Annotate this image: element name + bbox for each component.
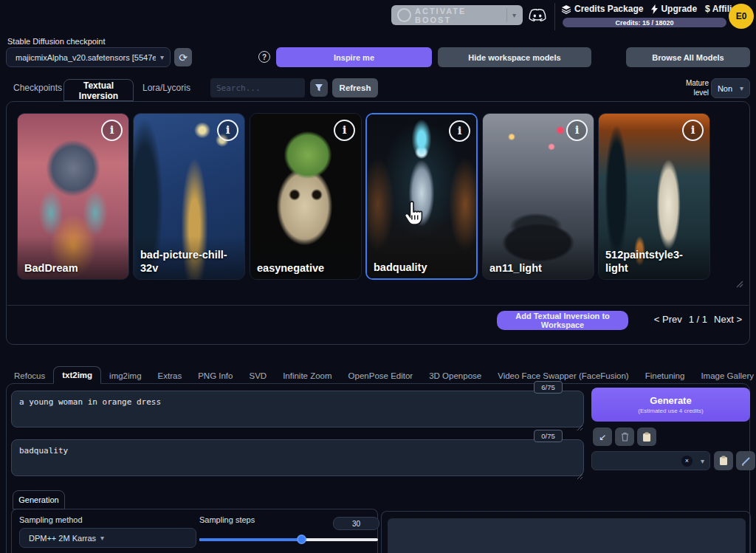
info-icon[interactable]: i [682, 120, 704, 141]
avatar-initials: E0 [736, 11, 747, 21]
resize-handle-icon[interactable] [736, 278, 743, 291]
output-panel [381, 511, 751, 553]
model-card-bad-picture-chill[interactable]: i bad-picture-chill-32v [133, 113, 245, 280]
generate-button[interactable]: Generate (Estimated use 4 credits) [591, 388, 750, 422]
negative-prompt-token-counter: 0/75 [534, 430, 563, 442]
tab-video-face-swapper[interactable]: Video Face Swapper (FaceFusion) [489, 368, 637, 384]
workspace-tab-strip: Refocus txt2img img2img Extras PNG Info … [6, 366, 756, 384]
panel-divider [7, 305, 749, 306]
prev-page-button[interactable]: < Prev [654, 314, 682, 325]
resize-handle-icon[interactable] [577, 470, 583, 483]
clear-styles-button[interactable]: × [681, 456, 693, 467]
model-card-512paintstyle[interactable]: i 512paintstyle3-light [598, 113, 710, 280]
mature-level-label: Mature level [679, 79, 709, 97]
slider-thumb[interactable] [297, 535, 306, 544]
resize-handle-icon[interactable] [577, 421, 583, 434]
sampling-steps-slider[interactable] [199, 535, 378, 544]
mature-level-value: Non [718, 84, 732, 93]
edit-style-button[interactable] [736, 451, 755, 470]
layers-icon [561, 4, 571, 14]
refresh-icon: ⟳ [179, 52, 188, 63]
slider-track[interactable] [199, 538, 378, 541]
add-textual-inversion-button[interactable]: Add Textual Inversion to Workspace [497, 311, 628, 330]
info-icon[interactable]: i [566, 120, 588, 141]
credits-progress: Credits: 15 / 18020 [563, 18, 726, 27]
pencil-icon [741, 456, 751, 466]
credits-package-label: Credits Package [574, 4, 643, 14]
mature-level-select[interactable]: Non ▾ [711, 78, 750, 98]
tab-textual-inversion[interactable]: Textual Inversion [63, 79, 134, 101]
model-name: badquality [374, 261, 472, 274]
upgrade-link[interactable]: Upgrade [651, 4, 697, 14]
filter-icon [315, 83, 323, 92]
tab-refocus[interactable]: Refocus [6, 368, 53, 384]
apply-style-button[interactable] [637, 427, 656, 446]
avatar[interactable]: E0 [729, 4, 754, 29]
info-glyph: i [110, 125, 114, 136]
info-glyph: i [458, 126, 462, 137]
discord-icon[interactable] [528, 9, 547, 27]
negative-prompt-input[interactable]: badquality [11, 439, 584, 476]
caret-down-icon[interactable]: ▾ [512, 11, 518, 19]
account-links: Credits Package Upgrade $ Affiliate [561, 4, 728, 14]
model-search-input[interactable] [210, 78, 305, 97]
tab-finetuning[interactable]: Finetuning [637, 368, 693, 384]
prompt-token-counter: 6/75 [534, 381, 563, 394]
info-icon[interactable]: i [101, 120, 123, 141]
activate-boost-label: ACTIVATE BOOST [415, 7, 501, 24]
tab-3d-openpose[interactable]: 3D Openpose [421, 368, 489, 384]
hide-workspace-models-button[interactable]: Hide workspace models [438, 47, 591, 67]
paste-parameters-button[interactable]: ↙ [593, 427, 612, 446]
tab-checkpoints[interactable]: Checkpoints [13, 83, 62, 93]
inspire-me-button[interactable]: Inspire me [276, 47, 432, 67]
info-glyph: i [691, 125, 695, 136]
info-icon[interactable]: i [217, 120, 238, 141]
pagination: < Prev 1 / 1 Next > [654, 314, 742, 325]
tab-infinite-zoom[interactable]: Infinite Zoom [275, 368, 340, 384]
help-icon[interactable]: ? [258, 51, 270, 63]
model-card-baddream[interactable]: i BadDream [17, 113, 129, 280]
tab-extras[interactable]: Extras [150, 368, 190, 384]
tab-image-gallery[interactable]: Image Gallery [693, 368, 756, 384]
model-name: an11_light [489, 262, 589, 275]
model-card-an11-light[interactable]: i an11_light [482, 113, 594, 280]
sampling-method-select[interactable]: DPM++ 2M Karras ▾ [19, 528, 196, 548]
output-preview-area [388, 518, 746, 553]
clipboard-icon [642, 432, 651, 442]
sampling-method-value: DPM++ 2M Karras [29, 534, 96, 543]
info-icon[interactable]: i [449, 120, 470, 142]
lightning-icon [651, 4, 658, 14]
model-card-easynegative[interactable]: i easynegative [250, 113, 362, 280]
refresh-checkpoint-button[interactable]: ⟳ [174, 48, 192, 66]
sampling-method-label: Sampling method [19, 515, 83, 524]
tab-txt2img[interactable]: txt2img [53, 366, 101, 384]
generation-settings-panel: Sampling method DPM++ 2M Karras ▾ Sampli… [11, 509, 378, 553]
help-glyph: ? [262, 53, 267, 61]
model-card-badquality[interactable]: i badquality [365, 113, 478, 280]
sampling-steps-label: Sampling steps [199, 515, 255, 524]
checkpoint-select[interactable]: majicmixAlpha_v20.safetensors [5547e5a65… [6, 47, 171, 67]
credits-package-link[interactable]: Credits Package [561, 4, 643, 14]
trash-icon [621, 432, 629, 442]
tab-openpose-editor[interactable]: OpenPose Editor [340, 368, 422, 384]
clipboard-icon [719, 456, 728, 466]
tab-png-info[interactable]: PNG Info [190, 368, 241, 384]
prompt-input[interactable]: a young woman in orange dress [11, 391, 584, 427]
generate-credits-note: (Estimated use 4 credits) [638, 408, 703, 414]
filter-button[interactable] [310, 79, 328, 97]
tab-svd[interactable]: SVD [241, 368, 275, 384]
save-style-button[interactable] [714, 451, 733, 470]
tab-generation[interactable]: Generation [13, 490, 65, 509]
clear-prompt-button[interactable] [615, 427, 634, 446]
info-glyph: i [226, 125, 230, 136]
activate-boost-button[interactable]: ACTIVATE BOOST ▾ [391, 5, 523, 25]
info-icon[interactable]: i [334, 120, 355, 141]
browse-all-models-button[interactable]: Browse All Models [626, 47, 750, 67]
refresh-models-button[interactable]: Refresh [332, 78, 378, 97]
caret-down-icon: ▾ [740, 84, 743, 92]
sampling-steps-value[interactable]: 30 [333, 517, 379, 530]
tab-lora-lycoris[interactable]: Lora/Lycoris [142, 83, 190, 93]
tab-img2img[interactable]: img2img [101, 368, 149, 384]
next-page-button[interactable]: Next > [714, 314, 742, 325]
styles-select[interactable]: × ▾ [591, 451, 710, 470]
